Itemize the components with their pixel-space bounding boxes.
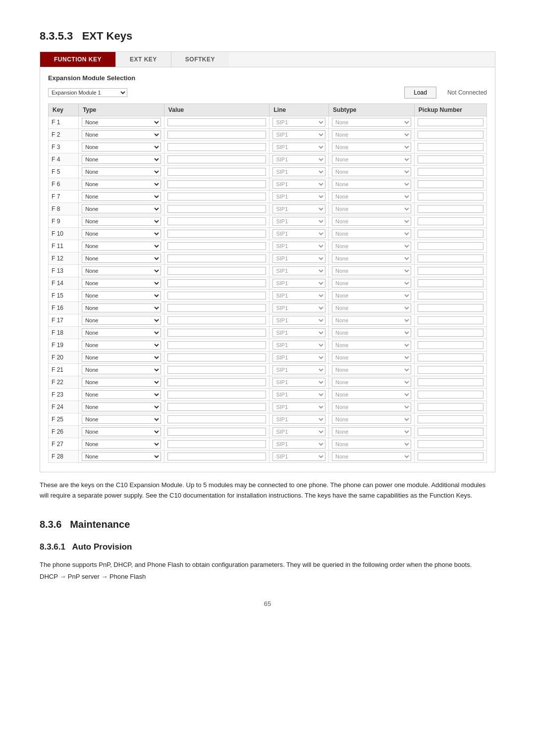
subtype-select[interactable]: NoneBLFBLAMCCM xyxy=(332,365,411,374)
line-select[interactable]: SIP1SIP2SIP3SIP4SIP5SIP6 xyxy=(272,155,325,164)
subtype-select[interactable]: NoneBLFBLAMCCM xyxy=(332,229,411,238)
line-select[interactable]: SIP1SIP2SIP3SIP4SIP5SIP6 xyxy=(272,254,325,263)
pickup-input[interactable] xyxy=(418,254,483,262)
type-select[interactable]: NoneLineMemory KeySpeed DialIntercomDTMF… xyxy=(82,130,161,139)
subtype-select[interactable]: NoneBLFBLAMCCM xyxy=(332,180,411,189)
type-select[interactable]: NoneLineMemory KeySpeed DialIntercomDTMF… xyxy=(82,353,161,362)
pickup-input[interactable] xyxy=(418,168,483,176)
type-select[interactable]: NoneLineMemory KeySpeed DialIntercomDTMF… xyxy=(82,341,161,350)
line-select[interactable]: SIP1SIP2SIP3SIP4SIP5SIP6 xyxy=(272,242,325,251)
value-input[interactable] xyxy=(167,391,267,399)
type-select[interactable]: NoneLineMemory KeySpeed DialIntercomDTMF… xyxy=(82,118,161,127)
pickup-input[interactable] xyxy=(418,193,483,201)
type-select[interactable]: NoneLineMemory KeySpeed DialIntercomDTMF… xyxy=(82,365,161,374)
type-select[interactable]: NoneLineMemory KeySpeed DialIntercomDTMF… xyxy=(82,403,161,411)
pickup-input[interactable] xyxy=(418,230,483,238)
line-select[interactable]: SIP1SIP2SIP3SIP4SIP5SIP6 xyxy=(272,130,325,139)
type-select[interactable]: NoneLineMemory KeySpeed DialIntercomDTMF… xyxy=(82,155,161,164)
line-select[interactable]: SIP1SIP2SIP3SIP4SIP5SIP6 xyxy=(272,452,325,461)
line-select[interactable]: SIP1SIP2SIP3SIP4SIP5SIP6 xyxy=(272,341,325,350)
subtype-select[interactable]: NoneBLFBLAMCCM xyxy=(332,143,411,151)
subtype-select[interactable]: NoneBLFBLAMCCM xyxy=(332,167,411,176)
subtype-select[interactable]: NoneBLFBLAMCCM xyxy=(332,353,411,362)
subtype-select[interactable]: NoneBLFBLAMCCM xyxy=(332,279,411,288)
pickup-input[interactable] xyxy=(418,366,483,374)
value-input[interactable] xyxy=(167,254,267,262)
subtype-select[interactable]: NoneBLFBLAMCCM xyxy=(332,415,411,424)
subtype-select[interactable]: NoneBLFBLAMCCM xyxy=(332,440,411,449)
pickup-input[interactable] xyxy=(418,378,483,386)
line-select[interactable]: SIP1SIP2SIP3SIP4SIP5SIP6 xyxy=(272,403,325,411)
type-select[interactable]: NoneLineMemory KeySpeed DialIntercomDTMF… xyxy=(82,415,161,424)
tab-softkey[interactable]: SOFTKEY xyxy=(171,52,229,67)
type-select[interactable]: NoneLineMemory KeySpeed DialIntercomDTMF… xyxy=(82,279,161,288)
line-select[interactable]: SIP1SIP2SIP3SIP4SIP5SIP6 xyxy=(272,328,325,337)
pickup-input[interactable] xyxy=(418,440,483,448)
pickup-input[interactable] xyxy=(418,316,483,324)
subtype-select[interactable]: NoneBLFBLAMCCM xyxy=(332,452,411,461)
subtype-select[interactable]: NoneBLFBLAMCCM xyxy=(332,204,411,213)
subtype-select[interactable]: NoneBLFBLAMCCM xyxy=(332,242,411,251)
line-select[interactable]: SIP1SIP2SIP3SIP4SIP5SIP6 xyxy=(272,143,325,151)
subtype-select[interactable]: NoneBLFBLAMCCM xyxy=(332,403,411,411)
type-select[interactable]: NoneLineMemory KeySpeed DialIntercomDTMF… xyxy=(82,291,161,300)
pickup-input[interactable] xyxy=(418,143,483,151)
value-input[interactable] xyxy=(167,366,267,374)
line-select[interactable]: SIP1SIP2SIP3SIP4SIP5SIP6 xyxy=(272,279,325,288)
subtype-select[interactable]: NoneBLFBLAMCCM xyxy=(332,254,411,263)
subtype-select[interactable]: NoneBLFBLAMCCM xyxy=(332,130,411,139)
pickup-input[interactable] xyxy=(418,267,483,275)
value-input[interactable] xyxy=(167,428,267,436)
value-input[interactable] xyxy=(167,267,267,275)
type-select[interactable]: NoneLineMemory KeySpeed DialIntercomDTMF… xyxy=(82,328,161,337)
pickup-input[interactable] xyxy=(418,391,483,399)
value-input[interactable] xyxy=(167,453,267,460)
value-input[interactable] xyxy=(167,193,267,201)
subtype-select[interactable]: NoneBLFBLAMCCM xyxy=(332,155,411,164)
line-select[interactable]: SIP1SIP2SIP3SIP4SIP5SIP6 xyxy=(272,229,325,238)
line-select[interactable]: SIP1SIP2SIP3SIP4SIP5SIP6 xyxy=(272,427,325,436)
pickup-input[interactable] xyxy=(418,403,483,411)
line-select[interactable]: SIP1SIP2SIP3SIP4SIP5SIP6 xyxy=(272,266,325,275)
pickup-input[interactable] xyxy=(418,292,483,300)
value-input[interactable] xyxy=(167,242,267,250)
type-select[interactable]: NoneLineMemory KeySpeed DialIntercomDTMF… xyxy=(82,440,161,449)
value-input[interactable] xyxy=(167,143,267,151)
value-input[interactable] xyxy=(167,205,267,213)
type-select[interactable]: NoneLineMemory KeySpeed DialIntercomDTMF… xyxy=(82,303,161,312)
line-select[interactable]: SIP1SIP2SIP3SIP4SIP5SIP6 xyxy=(272,353,325,362)
type-select[interactable]: NoneLineMemory KeySpeed DialIntercomDTMF… xyxy=(82,204,161,213)
load-button[interactable]: Load xyxy=(404,87,436,99)
line-select[interactable]: SIP1SIP2SIP3SIP4SIP5SIP6 xyxy=(272,180,325,189)
pickup-input[interactable] xyxy=(418,180,483,188)
value-input[interactable] xyxy=(167,403,267,411)
value-input[interactable] xyxy=(167,440,267,448)
type-select[interactable]: NoneLineMemory KeySpeed DialIntercomDTMF… xyxy=(82,167,161,176)
type-select[interactable]: NoneLineMemory KeySpeed DialIntercomDTMF… xyxy=(82,266,161,275)
pickup-input[interactable] xyxy=(418,341,483,349)
type-select[interactable]: NoneLineMemory KeySpeed DialIntercomDTMF… xyxy=(82,427,161,436)
type-select[interactable]: NoneLineMemory KeySpeed DialIntercomDTMF… xyxy=(82,316,161,325)
type-select[interactable]: NoneLineMemory KeySpeed DialIntercomDTMF… xyxy=(82,378,161,387)
pickup-input[interactable] xyxy=(418,428,483,436)
subtype-select[interactable]: NoneBLFBLAMCCM xyxy=(332,378,411,387)
subtype-select[interactable]: NoneBLFBLAMCCM xyxy=(332,217,411,226)
pickup-input[interactable] xyxy=(418,304,483,312)
pickup-input[interactable] xyxy=(418,118,483,126)
value-input[interactable] xyxy=(167,353,267,361)
value-input[interactable] xyxy=(167,378,267,386)
type-select[interactable]: NoneLineMemory KeySpeed DialIntercomDTMF… xyxy=(82,143,161,151)
pickup-input[interactable] xyxy=(418,453,483,460)
type-select[interactable]: NoneLineMemory KeySpeed DialIntercomDTMF… xyxy=(82,242,161,251)
value-input[interactable] xyxy=(167,316,267,324)
type-select[interactable]: NoneLineMemory KeySpeed DialIntercomDTMF… xyxy=(82,229,161,238)
subtype-select[interactable]: NoneBLFBLAMCCM xyxy=(332,427,411,436)
tab-ext-key[interactable]: EXT KEY xyxy=(116,52,171,67)
line-select[interactable]: SIP1SIP2SIP3SIP4SIP5SIP6 xyxy=(272,217,325,226)
type-select[interactable]: NoneLineMemory KeySpeed DialIntercomDTMF… xyxy=(82,390,161,399)
line-select[interactable]: SIP1SIP2SIP3SIP4SIP5SIP6 xyxy=(272,192,325,201)
line-select[interactable]: SIP1SIP2SIP3SIP4SIP5SIP6 xyxy=(272,440,325,449)
expansion-module-select[interactable]: Expansion Module 1 Expansion Module 2 Ex… xyxy=(48,88,127,97)
value-input[interactable] xyxy=(167,415,267,423)
line-select[interactable]: SIP1SIP2SIP3SIP4SIP5SIP6 xyxy=(272,303,325,312)
